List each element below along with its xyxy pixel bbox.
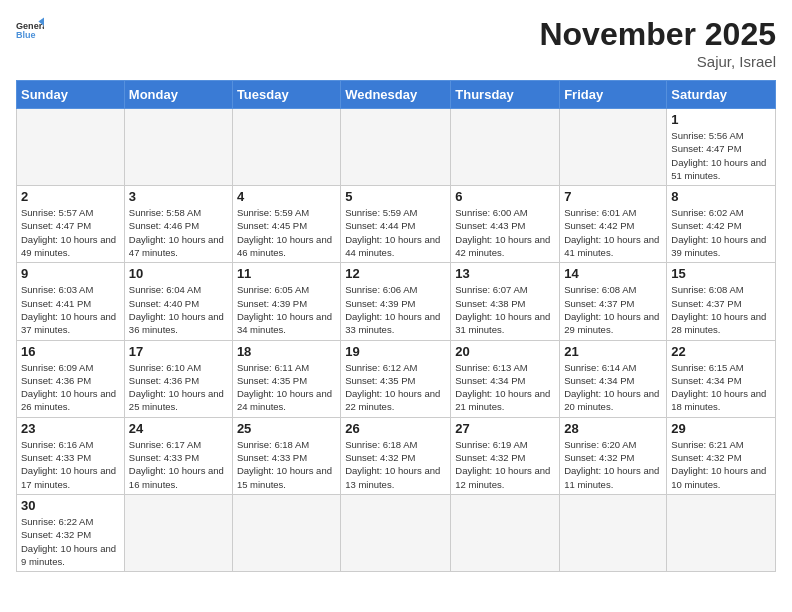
calendar-cell: 24Sunrise: 6:17 AMSunset: 4:33 PMDayligh… — [124, 417, 232, 494]
calendar-cell: 22Sunrise: 6:15 AMSunset: 4:34 PMDayligh… — [667, 340, 776, 417]
day-number: 16 — [21, 344, 120, 359]
day-number: 12 — [345, 266, 446, 281]
calendar-cell: 19Sunrise: 6:12 AMSunset: 4:35 PMDayligh… — [341, 340, 451, 417]
calendar-cell — [124, 494, 232, 571]
weekday-header-tuesday: Tuesday — [232, 81, 340, 109]
day-info: Sunrise: 6:14 AMSunset: 4:34 PMDaylight:… — [564, 361, 662, 414]
day-info: Sunrise: 6:04 AMSunset: 4:40 PMDaylight:… — [129, 283, 228, 336]
page-header: General Blue November 2025 Sajur, Israel — [16, 16, 776, 70]
day-number: 29 — [671, 421, 771, 436]
day-info: Sunrise: 5:57 AMSunset: 4:47 PMDaylight:… — [21, 206, 120, 259]
calendar-cell: 18Sunrise: 6:11 AMSunset: 4:35 PMDayligh… — [232, 340, 340, 417]
day-info: Sunrise: 6:10 AMSunset: 4:36 PMDaylight:… — [129, 361, 228, 414]
day-number: 26 — [345, 421, 446, 436]
calendar-cell: 17Sunrise: 6:10 AMSunset: 4:36 PMDayligh… — [124, 340, 232, 417]
day-info: Sunrise: 6:09 AMSunset: 4:36 PMDaylight:… — [21, 361, 120, 414]
weekday-header-row: SundayMondayTuesdayWednesdayThursdayFrid… — [17, 81, 776, 109]
weekday-header-monday: Monday — [124, 81, 232, 109]
calendar-cell — [17, 109, 125, 186]
calendar-cell: 8Sunrise: 6:02 AMSunset: 4:42 PMDaylight… — [667, 186, 776, 263]
calendar-week-row: 16Sunrise: 6:09 AMSunset: 4:36 PMDayligh… — [17, 340, 776, 417]
day-number: 19 — [345, 344, 446, 359]
day-number: 20 — [455, 344, 555, 359]
logo: General Blue — [16, 16, 44, 44]
calendar-cell — [451, 109, 560, 186]
day-number: 18 — [237, 344, 336, 359]
day-info: Sunrise: 6:20 AMSunset: 4:32 PMDaylight:… — [564, 438, 662, 491]
calendar-cell: 9Sunrise: 6:03 AMSunset: 4:41 PMDaylight… — [17, 263, 125, 340]
calendar-cell — [341, 109, 451, 186]
weekday-header-wednesday: Wednesday — [341, 81, 451, 109]
calendar-cell: 29Sunrise: 6:21 AMSunset: 4:32 PMDayligh… — [667, 417, 776, 494]
calendar-cell — [124, 109, 232, 186]
location: Sajur, Israel — [539, 53, 776, 70]
calendar-cell — [232, 494, 340, 571]
calendar-week-row: 2Sunrise: 5:57 AMSunset: 4:47 PMDaylight… — [17, 186, 776, 263]
calendar-cell: 10Sunrise: 6:04 AMSunset: 4:40 PMDayligh… — [124, 263, 232, 340]
day-number: 25 — [237, 421, 336, 436]
day-number: 22 — [671, 344, 771, 359]
day-number: 28 — [564, 421, 662, 436]
day-info: Sunrise: 6:22 AMSunset: 4:32 PMDaylight:… — [21, 515, 120, 568]
calendar-cell — [560, 109, 667, 186]
day-info: Sunrise: 6:17 AMSunset: 4:33 PMDaylight:… — [129, 438, 228, 491]
calendar-cell: 5Sunrise: 5:59 AMSunset: 4:44 PMDaylight… — [341, 186, 451, 263]
day-info: Sunrise: 6:11 AMSunset: 4:35 PMDaylight:… — [237, 361, 336, 414]
day-info: Sunrise: 6:12 AMSunset: 4:35 PMDaylight:… — [345, 361, 446, 414]
calendar-week-row: 1Sunrise: 5:56 AMSunset: 4:47 PMDaylight… — [17, 109, 776, 186]
day-info: Sunrise: 5:59 AMSunset: 4:45 PMDaylight:… — [237, 206, 336, 259]
day-number: 14 — [564, 266, 662, 281]
calendar-week-row: 9Sunrise: 6:03 AMSunset: 4:41 PMDaylight… — [17, 263, 776, 340]
day-number: 1 — [671, 112, 771, 127]
day-info: Sunrise: 6:13 AMSunset: 4:34 PMDaylight:… — [455, 361, 555, 414]
calendar-cell: 2Sunrise: 5:57 AMSunset: 4:47 PMDaylight… — [17, 186, 125, 263]
svg-text:Blue: Blue — [16, 30, 36, 40]
day-number: 27 — [455, 421, 555, 436]
day-number: 11 — [237, 266, 336, 281]
calendar-cell: 25Sunrise: 6:18 AMSunset: 4:33 PMDayligh… — [232, 417, 340, 494]
day-info: Sunrise: 6:18 AMSunset: 4:33 PMDaylight:… — [237, 438, 336, 491]
day-number: 7 — [564, 189, 662, 204]
calendar-cell: 1Sunrise: 5:56 AMSunset: 4:47 PMDaylight… — [667, 109, 776, 186]
day-number: 9 — [21, 266, 120, 281]
day-info: Sunrise: 6:08 AMSunset: 4:37 PMDaylight:… — [671, 283, 771, 336]
day-info: Sunrise: 6:16 AMSunset: 4:33 PMDaylight:… — [21, 438, 120, 491]
day-number: 4 — [237, 189, 336, 204]
day-info: Sunrise: 6:21 AMSunset: 4:32 PMDaylight:… — [671, 438, 771, 491]
day-number: 13 — [455, 266, 555, 281]
day-number: 2 — [21, 189, 120, 204]
day-info: Sunrise: 5:56 AMSunset: 4:47 PMDaylight:… — [671, 129, 771, 182]
day-info: Sunrise: 6:03 AMSunset: 4:41 PMDaylight:… — [21, 283, 120, 336]
day-info: Sunrise: 6:06 AMSunset: 4:39 PMDaylight:… — [345, 283, 446, 336]
day-info: Sunrise: 6:18 AMSunset: 4:32 PMDaylight:… — [345, 438, 446, 491]
weekday-header-friday: Friday — [560, 81, 667, 109]
month-title: November 2025 — [539, 16, 776, 53]
calendar-cell: 3Sunrise: 5:58 AMSunset: 4:46 PMDaylight… — [124, 186, 232, 263]
day-number: 3 — [129, 189, 228, 204]
calendar-cell: 4Sunrise: 5:59 AMSunset: 4:45 PMDaylight… — [232, 186, 340, 263]
day-info: Sunrise: 6:19 AMSunset: 4:32 PMDaylight:… — [455, 438, 555, 491]
calendar-cell: 30Sunrise: 6:22 AMSunset: 4:32 PMDayligh… — [17, 494, 125, 571]
weekday-header-saturday: Saturday — [667, 81, 776, 109]
calendar-cell: 16Sunrise: 6:09 AMSunset: 4:36 PMDayligh… — [17, 340, 125, 417]
day-number: 21 — [564, 344, 662, 359]
calendar-cell: 6Sunrise: 6:00 AMSunset: 4:43 PMDaylight… — [451, 186, 560, 263]
day-number: 10 — [129, 266, 228, 281]
calendar-cell: 14Sunrise: 6:08 AMSunset: 4:37 PMDayligh… — [560, 263, 667, 340]
calendar-cell: 21Sunrise: 6:14 AMSunset: 4:34 PMDayligh… — [560, 340, 667, 417]
calendar-cell — [667, 494, 776, 571]
calendar-week-row: 23Sunrise: 6:16 AMSunset: 4:33 PMDayligh… — [17, 417, 776, 494]
day-info: Sunrise: 6:07 AMSunset: 4:38 PMDaylight:… — [455, 283, 555, 336]
day-info: Sunrise: 6:00 AMSunset: 4:43 PMDaylight:… — [455, 206, 555, 259]
title-block: November 2025 Sajur, Israel — [539, 16, 776, 70]
day-number: 8 — [671, 189, 771, 204]
weekday-header-sunday: Sunday — [17, 81, 125, 109]
day-number: 24 — [129, 421, 228, 436]
calendar-cell: 13Sunrise: 6:07 AMSunset: 4:38 PMDayligh… — [451, 263, 560, 340]
day-number: 23 — [21, 421, 120, 436]
calendar-cell — [232, 109, 340, 186]
calendar-cell: 26Sunrise: 6:18 AMSunset: 4:32 PMDayligh… — [341, 417, 451, 494]
calendar-cell: 23Sunrise: 6:16 AMSunset: 4:33 PMDayligh… — [17, 417, 125, 494]
day-info: Sunrise: 6:08 AMSunset: 4:37 PMDaylight:… — [564, 283, 662, 336]
day-number: 15 — [671, 266, 771, 281]
